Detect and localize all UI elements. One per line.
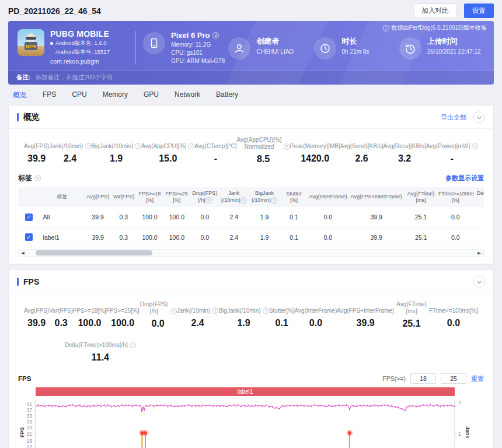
help-icon[interactable]: ? bbox=[34, 175, 41, 181]
metric-label: Stutter[%] bbox=[269, 301, 295, 314]
tab-fps[interactable]: FPS bbox=[43, 90, 56, 100]
fps-chart[interactable]: 048121621252933374101200:0001:0402:0803:… bbox=[17, 396, 485, 448]
row-checkbox[interactable]: ✓ bbox=[25, 233, 33, 241]
row-checkbox[interactable]: ✓ bbox=[25, 214, 33, 221]
help-icon[interactable]: ? bbox=[472, 143, 478, 149]
metric-jank-10min: Jank(/10min)?2.4 bbox=[49, 136, 91, 164]
scroll-right-arrow-icon[interactable]: ▶ bbox=[475, 251, 483, 256]
column-sub-label: (/10min) bbox=[221, 197, 240, 203]
metric-value: 0.1 bbox=[269, 318, 295, 328]
svg-text:21: 21 bbox=[27, 431, 33, 437]
scroll-left-arrow-icon[interactable]: ◀ bbox=[19, 251, 27, 256]
column-sub-label: [/h] bbox=[198, 197, 205, 203]
metric-label: Avg(AppCPU)[%] Normalized? bbox=[237, 136, 290, 150]
app-block: PUBG PUBG MOBILE Android版本名: 1.6.0 Andro… bbox=[18, 29, 134, 65]
column-label: Var(FPS) bbox=[113, 194, 134, 200]
fps-chart-area: FPS FPS(>=) 重置 label1 048121621252933374… bbox=[9, 370, 493, 448]
metric-label-text: FPS>=25[%] bbox=[106, 307, 140, 314]
help-icon[interactable]: ? bbox=[284, 144, 290, 150]
device-info-icon[interactable]: i bbox=[212, 32, 219, 38]
fps-card-head: FPS bbox=[9, 270, 493, 293]
value-cell: 0.0 bbox=[437, 207, 473, 227]
overview-metrics: Avg(FPS)39.9Jank(/10min)?2.4BigJank(/10m… bbox=[9, 129, 493, 170]
scrollbar-thumb[interactable] bbox=[36, 250, 152, 256]
metric-avg-appcpu: Avg(AppCPU)[%]?15.0 bbox=[141, 136, 194, 164]
compare-button[interactable]: 加入对比 bbox=[414, 4, 457, 18]
column-sub-label: (/10min) bbox=[252, 197, 271, 203]
metric-label-text: Avg(FPS) bbox=[24, 307, 49, 314]
value-cell: 100.0 bbox=[136, 227, 163, 247]
help-icon[interactable]: ? bbox=[212, 307, 218, 314]
metric-avg-recv-kb-s: Avg(Recv)[KB/s]3.2 bbox=[383, 136, 426, 164]
tab-gpu[interactable]: GPU bbox=[144, 90, 159, 100]
top-bar-actions: 加入对比 设置 bbox=[409, 4, 494, 18]
metric-label-text: Avg(Send)[KB/s] bbox=[340, 143, 384, 150]
overview-card: 概览 导出全部 Avg(FPS)39.9Jank(/10min)?2.4BigJ… bbox=[8, 105, 494, 264]
metric-label: Avg(FPS) bbox=[24, 136, 49, 150]
metric-label-text: Avg(Power)[mW] bbox=[426, 143, 470, 150]
table-scrollbar[interactable]: ◀ ▶ bbox=[18, 249, 484, 257]
note-bar[interactable]: 备注: 添加备注，不超过200个字符 bbox=[8, 71, 494, 85]
tab-overview[interactable]: 概览 bbox=[13, 90, 27, 100]
header-row: 标签Avg(FPS)Var(FPS)FPS>=18[%]FPS>=25[%]Dr… bbox=[18, 187, 484, 207]
value-cell: 39.9 bbox=[348, 227, 405, 247]
fps-threshold-input-1[interactable] bbox=[410, 373, 436, 384]
collapse-overview-button[interactable] bbox=[473, 111, 485, 123]
reset-link[interactable]: 重置 bbox=[471, 374, 484, 383]
value-cell: 100.0 bbox=[163, 227, 190, 247]
metric-label-text: BigJank(/10min) bbox=[91, 143, 133, 150]
fps-chart-svg[interactable]: 048121621252933374101200:0001:0402:0803:… bbox=[17, 396, 472, 448]
svg-text:37: 37 bbox=[27, 407, 33, 413]
export-all-link[interactable]: 导出全部 bbox=[441, 113, 466, 122]
metric-value: - bbox=[194, 153, 236, 164]
metric-label-text: Jank(/10min) bbox=[177, 307, 211, 314]
help-icon[interactable]: ? bbox=[271, 197, 277, 204]
metric-avg-appcpu-normalized: Avg(AppCPU)[%] Normalized?8.5 bbox=[237, 136, 290, 164]
metric-avg-fps: Avg(FPS)39.9 bbox=[24, 301, 49, 329]
help-icon[interactable]: ? bbox=[205, 197, 212, 204]
overview-title: 概览 bbox=[23, 112, 441, 123]
labels-section-head: 标签 ? 参数显示设置 bbox=[18, 171, 484, 187]
help-icon[interactable]: ? bbox=[240, 197, 247, 204]
metric-label-text: BigJank(/10min) bbox=[218, 307, 260, 314]
svg-text:PUBG: PUBG bbox=[27, 46, 35, 48]
help-icon[interactable]: ? bbox=[263, 307, 269, 314]
column-header-ftime-100ms: FTime>=100ms[%] bbox=[437, 187, 473, 207]
metric-label: Avg(AppCPU)[%]? bbox=[141, 136, 194, 150]
help-icon[interactable]: ? bbox=[85, 143, 91, 149]
title-accent-bar bbox=[17, 113, 19, 121]
help-icon[interactable]: ? bbox=[130, 342, 136, 348]
person-icon bbox=[228, 37, 250, 60]
tab-cpu[interactable]: CPU bbox=[72, 90, 86, 100]
tab-battery[interactable]: Battery bbox=[216, 90, 238, 100]
metric-label: Drop(FPS)[/h]? bbox=[140, 301, 177, 315]
metric-label-text: Delta(FTime)>100ms[/h] bbox=[65, 342, 128, 349]
help-icon[interactable]: ? bbox=[135, 143, 141, 149]
metric-ftime-100ms: FTime>=100ms[%]0.0 bbox=[429, 301, 478, 329]
scrollbar-track[interactable] bbox=[27, 250, 475, 256]
metric-label: Peak(Memory)[MB] bbox=[290, 136, 340, 150]
metric-label: FPS>=25[%] bbox=[106, 301, 140, 314]
settings-button[interactable]: 设置 bbox=[464, 4, 494, 18]
metric-label: Delta(FTime)>100ms[/h]? bbox=[65, 335, 136, 349]
metric-label: BigJank(/10min)? bbox=[91, 136, 141, 150]
metric-label: Avg(FPS) bbox=[24, 301, 49, 314]
metric-label-text: Avg(AppCPU)[%] Normalized bbox=[237, 136, 282, 150]
device-info: Pixel 6 Pro i Memory: 11.2G CPU: gs101 G… bbox=[143, 30, 228, 64]
param-display-settings-link[interactable]: 参数显示设置 bbox=[445, 174, 484, 183]
label-band[interactable]: label1 bbox=[36, 387, 455, 396]
tab-memory[interactable]: Memory bbox=[103, 90, 128, 100]
metric-value: 15.0 bbox=[141, 153, 194, 164]
help-icon[interactable]: ? bbox=[170, 308, 177, 314]
fps-threshold-input-2[interactable] bbox=[441, 373, 466, 384]
app-name: PUBG MOBILE bbox=[50, 29, 110, 38]
metric-label: Avg(Recv)[KB/s] bbox=[383, 136, 426, 150]
fps-chart-top: FPS FPS(>=) 重置 bbox=[17, 371, 485, 387]
help-icon[interactable]: ? bbox=[188, 143, 194, 149]
labels-table: 标签Avg(FPS)Var(FPS)FPS>=18[%]FPS>=25[%]Dr… bbox=[18, 187, 484, 247]
column-label: FPS>=18 bbox=[139, 191, 161, 197]
column-header-stutter: Stutter[%] bbox=[280, 187, 308, 207]
tab-network[interactable]: Network bbox=[175, 90, 200, 100]
labels-table-wrap: 标签Avg(FPS)Var(FPS)FPS>=18[%]FPS>=25[%]Dr… bbox=[18, 187, 484, 247]
collapse-fps-button[interactable] bbox=[473, 276, 485, 288]
